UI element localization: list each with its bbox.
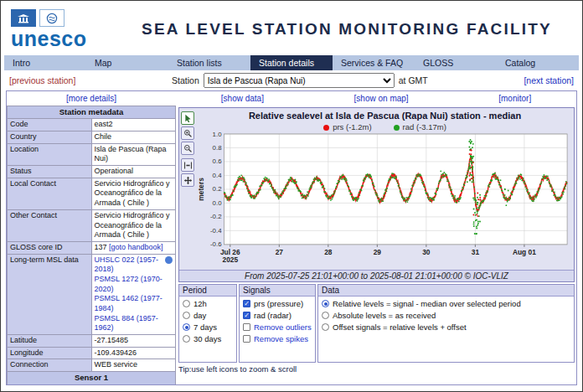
metadata-title: Station metadata bbox=[8, 106, 176, 119]
svg-text:-0.2: -0.2 bbox=[210, 213, 222, 220]
prs-legend-label: prs (-1.2m) bbox=[333, 122, 371, 132]
show-data-link[interactable]: [show data] bbox=[221, 94, 264, 103]
msl-info-icon[interactable] bbox=[165, 256, 173, 264]
data-panel: Data Relative levels = signal - median o… bbox=[317, 284, 575, 363]
radio-icon bbox=[183, 300, 190, 307]
station-label: Station bbox=[172, 75, 199, 85]
signal-option-remove-spikes[interactable]: Remove spikes bbox=[243, 334, 312, 343]
main-row: Station metadata Codeeast2 CountryChile … bbox=[7, 106, 576, 384]
chart-panel: Relative sealevel at Isla de Pascua (Rap… bbox=[178, 107, 575, 282]
svg-text:-0.4: -0.4 bbox=[210, 227, 222, 235]
app-window: unesco SEA LEVEL STATION MONITORING FACI… bbox=[0, 0, 583, 392]
data-option-relative[interactable]: Relative levels = signal - median over s… bbox=[322, 299, 570, 308]
signal-option-prs[interactable]: prs (pressure) bbox=[243, 299, 312, 308]
table-row: Latitude-27.15485 bbox=[8, 335, 176, 348]
table-row: CountryChile bbox=[8, 132, 176, 144]
table-row: LocationIsla de Pascua (Rapa Nui) bbox=[8, 143, 176, 165]
page-title: SEA LEVEL STATION MONITORING FACILITY bbox=[120, 20, 579, 39]
svg-text:0.6: 0.6 bbox=[213, 157, 223, 165]
next-station-link[interactable]: [next station] bbox=[524, 75, 574, 85]
unesco-wordmark: unesco bbox=[11, 28, 120, 49]
radio-icon bbox=[322, 300, 329, 307]
msl-link-psmsl-1462[interactable]: PSMSL 1462 (1977-1984) bbox=[95, 294, 173, 313]
rad-legend-label: rad (-3.17m) bbox=[403, 122, 446, 132]
table-row: Local ContactServicio Hidrográfico y Oce… bbox=[8, 178, 176, 209]
chart-toolbar bbox=[179, 108, 196, 270]
station-bar: [previous station] Station Isla de Pascu… bbox=[4, 70, 579, 90]
more-details-link[interactable]: [more details] bbox=[66, 94, 116, 103]
msl-link-psmsl-884[interactable]: PSMSL 884 (1957-1962) bbox=[95, 314, 173, 333]
data-option-absolute[interactable]: Absolute levels = as received bbox=[322, 311, 570, 320]
svg-text:0.0: 0.0 bbox=[213, 199, 223, 207]
table-row: GLOSS core ID 137 [goto handbook] bbox=[8, 241, 176, 254]
sealevel-chart[interactable]: -0.6-0.4-0.20.00.20.40.60.81.0Jul 262025… bbox=[196, 132, 574, 270]
unesco-brand: unesco bbox=[4, 9, 120, 49]
goto-handbook-link[interactable]: [goto handbook] bbox=[109, 243, 163, 251]
svg-text:0.8: 0.8 bbox=[213, 144, 223, 152]
checkbox-icon bbox=[243, 300, 250, 307]
monitor-link[interactable]: [monitor] bbox=[498, 94, 531, 103]
period-panel: Period 12h day 7 days 30 days bbox=[178, 284, 237, 363]
pointer-icon[interactable] bbox=[181, 111, 194, 125]
table-row: Codeeast2 bbox=[8, 119, 176, 132]
zoom-in-icon[interactable] bbox=[181, 126, 194, 140]
signal-option-remove-outliers[interactable]: Remove outliers bbox=[243, 322, 312, 332]
svg-text:29: 29 bbox=[374, 248, 382, 256]
pan-icon[interactable] bbox=[181, 173, 194, 187]
sensor1-header: Sensor 1 bbox=[8, 372, 176, 384]
tab-intro[interactable]: Intro bbox=[4, 55, 86, 70]
tab-services-faq[interactable]: Services & FAQ bbox=[333, 55, 415, 70]
show-on-map-link[interactable]: [show on map] bbox=[354, 94, 409, 103]
period-option-7days[interactable]: 7 days bbox=[183, 322, 233, 332]
svg-text:31: 31 bbox=[472, 248, 480, 256]
ioc-emblem-icon bbox=[39, 9, 64, 27]
control-panels: Period 12h day 7 days 30 days Signals pr… bbox=[178, 284, 575, 363]
unesco-emblem-icon bbox=[11, 9, 36, 27]
tab-station-details[interactable]: Station details bbox=[250, 55, 333, 70]
radio-icon bbox=[322, 312, 329, 319]
tab-station-lists[interactable]: Station lists bbox=[168, 55, 250, 70]
tab-catalog[interactable]: Catalog bbox=[497, 55, 579, 70]
previous-station-link[interactable]: [previous station] bbox=[9, 75, 75, 85]
station-select[interactable]: Isla de Pascua (Rapa Nui) bbox=[204, 73, 395, 88]
radio-icon bbox=[183, 323, 190, 331]
svg-text:Aug 01: Aug 01 bbox=[513, 248, 536, 256]
station-select-group: Station Isla de Pascua (Rapa Nui) at GMT bbox=[75, 73, 524, 88]
svg-text:27: 27 bbox=[276, 248, 284, 256]
tab-gloss[interactable]: GLOSS bbox=[415, 55, 497, 70]
period-option-12h[interactable]: 12h bbox=[183, 299, 233, 308]
data-option-offset[interactable]: Offset signals = relative levels + offse… bbox=[322, 322, 570, 332]
header: unesco SEA LEVEL STATION MONITORING FACI… bbox=[4, 3, 579, 55]
chart-column: Relative sealevel at Isla de Pascua (Rap… bbox=[176, 106, 576, 374]
chart-footer: From 2025-07-25 21:01+00:00 to 2025-08-0… bbox=[179, 270, 574, 281]
signals-panel: Signals prs (pressure) rad (radar) Remov… bbox=[239, 284, 316, 363]
radio-icon bbox=[183, 335, 190, 343]
fit-width-icon[interactable] bbox=[181, 158, 194, 172]
period-option-30days[interactable]: 30 days bbox=[183, 334, 233, 343]
msl-link-uhslc[interactable]: UHSLC 022 (1957-2018) bbox=[95, 255, 173, 275]
signals-title: Signals bbox=[240, 285, 315, 297]
radio-icon bbox=[183, 312, 190, 319]
tab-map[interactable]: Map bbox=[86, 55, 168, 70]
logo-boxes bbox=[11, 9, 120, 27]
links-row: [more details] [show data] [show on map]… bbox=[7, 91, 576, 106]
period-option-day[interactable]: day bbox=[183, 311, 233, 320]
zoom-out-icon[interactable] bbox=[181, 142, 194, 155]
prs-legend-marker bbox=[323, 125, 329, 131]
chart-legend: prs (-1.2m) rad (-3.17m) bbox=[196, 122, 574, 132]
chart-main: Relative sealevel at Isla de Pascua (Rap… bbox=[196, 108, 574, 270]
msl-link-psmsl-1272[interactable]: PSMSL 1272 (1970-2020) bbox=[95, 275, 173, 294]
gloss-core-id: 137 bbox=[95, 243, 107, 251]
station-metadata-table: Station metadata Codeeast2 CountryChile … bbox=[7, 106, 176, 384]
signal-option-rad[interactable]: rad (radar) bbox=[243, 311, 312, 320]
timezone-label: at GMT bbox=[399, 75, 428, 85]
table-row: ConnectionWEB service bbox=[8, 359, 176, 372]
chart-title: Relative sealevel at Isla de Pascua (Rap… bbox=[196, 111, 574, 121]
rad-legend-marker bbox=[394, 125, 400, 131]
content-box: [more details] [show data] [show on map]… bbox=[6, 90, 577, 385]
checkbox-icon bbox=[243, 335, 250, 343]
tip-text: Tip:use left icons to zoom & scroll bbox=[178, 364, 575, 374]
nav-tabs: Intro Map Station lists Station details … bbox=[4, 55, 579, 70]
svg-text:0.2: 0.2 bbox=[213, 185, 222, 193]
svg-text:meters: meters bbox=[197, 178, 205, 201]
